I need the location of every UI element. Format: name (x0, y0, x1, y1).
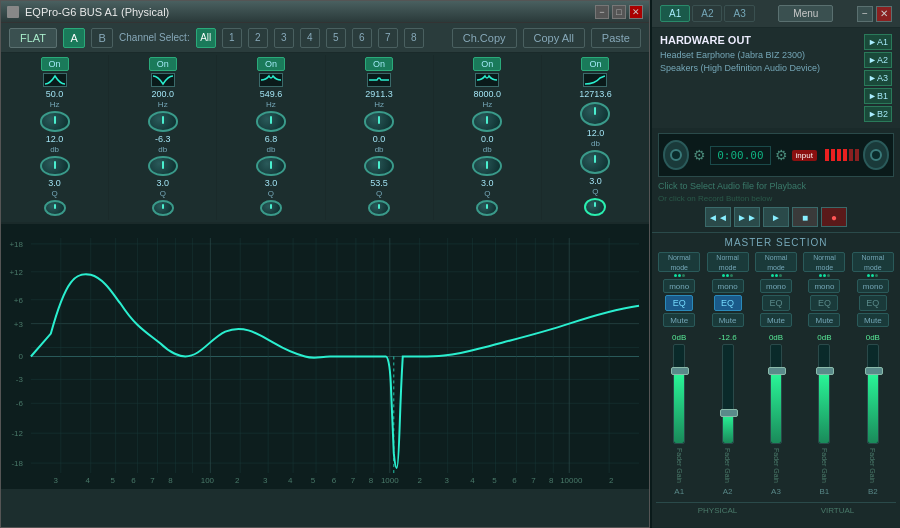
eq-btn-b1[interactable]: EQ (810, 295, 838, 311)
mode-btn-b1[interactable]: Normalmode (803, 252, 845, 272)
band3-filter-shape[interactable] (259, 73, 283, 87)
tab-a3[interactable]: A3 (724, 5, 754, 22)
band2-q-knob[interactable] (152, 200, 174, 216)
band6-on-btn[interactable]: On (581, 57, 609, 71)
fader-track-b2[interactable] (867, 344, 879, 444)
band5-gain-knob[interactable] (472, 156, 502, 177)
ch7-button[interactable]: 7 (378, 28, 398, 48)
ch8-button[interactable]: 8 (404, 28, 424, 48)
route-a3-btn[interactable]: ►A3 (864, 70, 892, 86)
band3-gain-knob[interactable] (256, 156, 286, 177)
mute-btn-a3[interactable]: Mute (760, 313, 792, 327)
tape-reel-right (863, 140, 889, 170)
eq-btn-a1[interactable]: EQ (665, 295, 693, 311)
paste-button[interactable]: Paste (591, 28, 641, 48)
fader-track-a2[interactable] (722, 344, 734, 444)
menu-button[interactable]: Menu (778, 5, 833, 22)
route-a1-btn[interactable]: ►A1 (864, 34, 892, 50)
ch-copy-button[interactable]: Ch.Copy (452, 28, 517, 48)
band1-q-knob[interactable] (44, 200, 66, 216)
band6-filter-shape[interactable] (583, 73, 607, 87)
ch3-button[interactable]: 3 (274, 28, 294, 48)
band1-on-btn[interactable]: On (41, 57, 69, 71)
fader-handle-b2[interactable] (865, 367, 883, 375)
panel-minimize-btn[interactable]: − (857, 6, 873, 22)
mute-btn-a2[interactable]: Mute (712, 313, 744, 327)
band5-filter-shape[interactable] (475, 73, 499, 87)
mono-btn-a2[interactable]: mono (712, 279, 744, 293)
fader-handle-a3[interactable] (768, 367, 786, 375)
mono-btn-b2[interactable]: mono (857, 279, 889, 293)
band3-freq-knob[interactable] (256, 111, 286, 132)
b-button[interactable]: B (91, 28, 113, 48)
band6-q-knob[interactable] (584, 198, 606, 216)
record-btn[interactable]: ● (821, 207, 847, 227)
band5-on-btn[interactable]: On (473, 57, 501, 71)
fader-track-a1[interactable] (673, 344, 685, 444)
band1-freq-knob[interactable] (40, 111, 70, 132)
svg-text:2: 2 (609, 476, 614, 485)
band4-freq-knob[interactable] (364, 111, 394, 132)
band2-gain-knob[interactable] (148, 156, 178, 177)
band6-gain-knob[interactable] (580, 150, 610, 174)
a-button[interactable]: A (63, 28, 85, 48)
band1-gain-knob[interactable] (40, 156, 70, 177)
panel-close-btn[interactable]: ✕ (876, 6, 892, 22)
mute-btn-b2[interactable]: Mute (857, 313, 889, 327)
flat-button[interactable]: FLAT (9, 28, 57, 48)
band2-filter-shape[interactable] (151, 73, 175, 87)
band6-freq-knob[interactable] (580, 102, 610, 126)
minimize-btn[interactable]: − (595, 5, 609, 19)
eq-btn-b2[interactable]: EQ (859, 295, 887, 311)
eq-btn-a3[interactable]: EQ (762, 295, 790, 311)
tab-a1[interactable]: A1 (660, 5, 690, 22)
band5-freq-knob[interactable] (472, 111, 502, 132)
fader-track-b1[interactable] (818, 344, 830, 444)
stop-btn[interactable]: ■ (792, 207, 818, 227)
ch-all-button[interactable]: All (196, 28, 216, 48)
mono-btn-a3[interactable]: mono (760, 279, 792, 293)
routing-buttons: ►A1 ►A2 ►A3 ►B1 ►B2 (864, 34, 892, 122)
mode-btn-a1[interactable]: Normalmode (658, 252, 700, 272)
band4-q-knob[interactable] (368, 200, 390, 216)
copy-all-button[interactable]: Copy All (523, 28, 585, 48)
band4-on-btn[interactable]: On (365, 57, 393, 71)
mute-btn-b1[interactable]: Mute (808, 313, 840, 327)
route-a2-btn[interactable]: ►A2 (864, 52, 892, 68)
eq-btn-a2[interactable]: EQ (714, 295, 742, 311)
mono-btn-a1[interactable]: mono (663, 279, 695, 293)
band2-on-btn[interactable]: On (149, 57, 177, 71)
fader-track-a3[interactable] (770, 344, 782, 444)
fader-handle-b1[interactable] (816, 367, 834, 375)
mode-btn-a2[interactable]: Normalmode (707, 252, 749, 272)
fader-handle-a2[interactable] (720, 409, 738, 417)
tab-a2[interactable]: A2 (692, 5, 722, 22)
ch4-button[interactable]: 4 (300, 28, 320, 48)
ch2-button[interactable]: 2 (248, 28, 268, 48)
mode-btn-b2[interactable]: Normalmode (852, 252, 894, 272)
band4-gain-knob[interactable] (364, 156, 394, 177)
output-device-1: Headset Earphone (Jabra BIZ 2300) (660, 49, 820, 62)
mono-btn-b1[interactable]: mono (808, 279, 840, 293)
ch5-button[interactable]: 5 (326, 28, 346, 48)
maximize-btn[interactable]: □ (612, 5, 626, 19)
mute-btn-a1[interactable]: Mute (663, 313, 695, 327)
band3-q-knob[interactable] (260, 200, 282, 216)
play-btn[interactable]: ► (763, 207, 789, 227)
route-b2-btn[interactable]: ►B2 (864, 106, 892, 122)
fader-handle-a1[interactable] (671, 367, 689, 375)
band2-freq-knob[interactable] (148, 111, 178, 132)
fastfwd-btn[interactable]: ►► (734, 207, 760, 227)
mode-dots-a3 (771, 274, 782, 277)
band4-filter-shape[interactable] (367, 73, 391, 87)
band6-freq: 12713.6 (579, 89, 612, 99)
mode-btn-a3[interactable]: Normalmode (755, 252, 797, 272)
ch1-button[interactable]: 1 (222, 28, 242, 48)
band3-on-btn[interactable]: On (257, 57, 285, 71)
rewind-btn[interactable]: ◄◄ (705, 207, 731, 227)
close-btn[interactable]: ✕ (629, 5, 643, 19)
ch6-button[interactable]: 6 (352, 28, 372, 48)
band1-filter-shape[interactable] (43, 73, 67, 87)
band5-q-knob[interactable] (476, 200, 498, 216)
route-b1-btn[interactable]: ►B1 (864, 88, 892, 104)
